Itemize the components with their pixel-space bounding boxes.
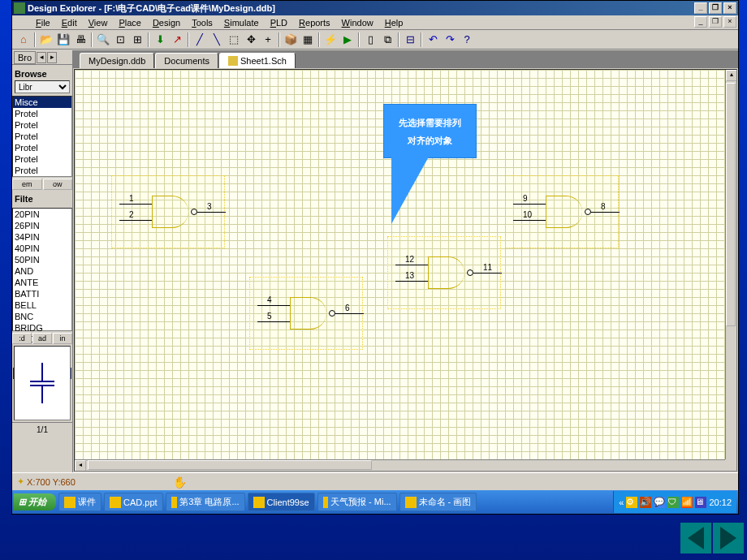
start-button[interactable]: ⊞ 开始	[14, 493, 56, 510]
taskbar-item[interactable]: CAD.ppt	[104, 493, 163, 511]
tab-prev[interactable]: ◂	[37, 52, 46, 63]
taskbar-item[interactable]: 第3章 电路原...	[166, 493, 245, 511]
tray-icon-5[interactable]: 📶	[681, 497, 693, 508]
move-icon[interactable]: ✥	[243, 32, 259, 48]
list-item[interactable]: 26PIN	[13, 220, 71, 231]
list-item[interactable]: 20PIN	[13, 209, 71, 220]
taskbar-item[interactable]: 未命名 - 画图	[399, 493, 477, 511]
list-item[interactable]: Protel	[13, 119, 71, 131]
remove-lib-button[interactable]: em	[12, 179, 42, 190]
taskbar-item[interactable]: Client99se	[248, 493, 315, 511]
save-icon[interactable]: 💾	[55, 32, 71, 48]
tab-mydesign[interactable]: MyDesign.ddb	[80, 53, 154, 68]
list-item[interactable]: 40PIN	[13, 243, 71, 254]
prev-slide-button[interactable]	[680, 523, 711, 554]
system-tray[interactable]: « ⚙ 🔊 💬 🛡 📶 🖥 20:12	[613, 491, 736, 513]
list-item[interactable]: Misce	[13, 97, 71, 108]
document-tabs: MyDesign.ddb Documents Sheet1.Sch	[73, 50, 738, 68]
menu-window[interactable]: Window	[336, 17, 379, 28]
sheet-icon[interactable]: ▦	[300, 32, 316, 48]
place-part-button[interactable]: ad	[32, 333, 52, 344]
taskbar-item[interactable]: 课件	[58, 493, 101, 511]
tray-icon-3[interactable]: 💬	[654, 497, 665, 508]
edit-part-button[interactable]: :d	[12, 333, 32, 344]
mdi-restore[interactable]: ❐	[709, 16, 722, 28]
select-icon[interactable]: ⬚	[226, 32, 242, 48]
undo-icon[interactable]: ↶	[425, 32, 441, 48]
app-icon	[323, 497, 328, 508]
list-item[interactable]: Protel	[13, 131, 71, 142]
close-button[interactable]: ×	[723, 2, 736, 14]
open-icon[interactable]: 📂	[38, 32, 54, 48]
scrollbar-horizontal[interactable]: ◂	[75, 459, 725, 471]
power-icon[interactable]: ⚡	[322, 32, 339, 48]
clock[interactable]: 20:12	[709, 498, 732, 507]
menu-tools[interactable]: Tools	[186, 17, 218, 28]
list-item[interactable]: BNC	[13, 311, 71, 322]
list-item[interactable]: Protel	[13, 165, 71, 176]
wire-icon[interactable]: ╱	[192, 32, 208, 48]
menu-help[interactable]: Help	[379, 17, 409, 28]
maximize-button[interactable]: ❐	[709, 2, 722, 14]
list-item[interactable]: 34PIN	[13, 231, 71, 243]
app-icon	[64, 497, 76, 508]
tab-next[interactable]: ▸	[47, 52, 57, 63]
tray-icon-2[interactable]: 🔊	[640, 497, 651, 508]
menu-edit[interactable]: Edit	[56, 17, 83, 28]
tab-sheet1[interactable]: Sheet1.Sch	[219, 53, 296, 68]
mdi-close[interactable]: ×	[723, 16, 736, 28]
app-icon	[171, 497, 178, 508]
menu-pld[interactable]: PLD	[265, 17, 293, 28]
options-icon[interactable]: ⊟	[402, 32, 418, 48]
list-item[interactable]: Protel	[13, 153, 71, 165]
cross-probe-icon[interactable]: ↗	[169, 32, 185, 48]
tray-tip-icon[interactable]: «	[619, 498, 624, 507]
list-item[interactable]: BATTI	[13, 288, 71, 299]
menu-file[interactable]: File	[30, 17, 56, 28]
sim-icon[interactable]: ⧉	[379, 32, 395, 48]
browse-tab[interactable]: Bro	[14, 51, 36, 64]
help-icon[interactable]: ?	[459, 32, 475, 48]
taskbar-item[interactable]: 天气预报 - Mi...	[317, 493, 397, 511]
list-item[interactable]: Protel	[13, 142, 71, 153]
menu-view[interactable]: View	[83, 17, 114, 28]
home-icon[interactable]: ⌂	[15, 32, 32, 48]
library-select[interactable]: Libr	[15, 80, 70, 93]
list-item[interactable]: BELL	[13, 299, 71, 311]
mdi-minimize[interactable]: _	[694, 16, 707, 28]
list-item[interactable]: Protel	[13, 108, 71, 119]
list-item[interactable]: AND	[13, 265, 71, 277]
zoom-area-icon[interactable]: ⊡	[112, 32, 128, 48]
scrollbar-vertical[interactable]: ▴	[725, 70, 736, 459]
list-item[interactable]: ANTE	[13, 277, 71, 288]
chip-icon[interactable]: ▯	[362, 32, 378, 48]
list-item[interactable]: BRIDG	[13, 322, 71, 334]
print-icon[interactable]: 🖶	[72, 32, 89, 48]
menu-place[interactable]: Place	[113, 17, 147, 28]
schematic-icon	[228, 56, 238, 66]
zoom-icon[interactable]: 🔍	[95, 32, 111, 48]
schematic-canvas[interactable]: 先选择需要排列对齐的对象 1234561213119108	[75, 70, 725, 459]
hierarchy-icon[interactable]: ⬇	[152, 32, 168, 48]
tray-icon-4[interactable]: 🛡	[667, 497, 679, 508]
tab-documents[interactable]: Documents	[155, 53, 218, 68]
next-slide-button[interactable]	[713, 523, 744, 554]
menu-reports[interactable]: Reports	[293, 17, 336, 28]
tray-icon-6[interactable]: 🖥	[695, 497, 706, 508]
minimize-button[interactable]: _	[694, 2, 707, 14]
add-lib-button[interactable]: ow	[43, 179, 73, 190]
place-icon[interactable]: +	[260, 32, 276, 48]
redo-icon[interactable]: ↷	[442, 32, 458, 48]
menu-design[interactable]: Design	[147, 17, 186, 28]
run-icon[interactable]: ▶	[339, 32, 356, 48]
part-icon[interactable]: 📦	[283, 32, 299, 48]
menubar: File Edit View Place Design Tools Simula…	[12, 15, 738, 30]
bus-icon[interactable]: ╲	[209, 32, 225, 48]
tray-icon-1[interactable]: ⚙	[626, 497, 637, 508]
list-item[interactable]: 50PIN	[13, 254, 71, 265]
library-list[interactable]: MisceProtelProtelProtelProtelProtelProte…	[12, 96, 72, 177]
find-part-button[interactable]: in	[53, 333, 72, 344]
part-list[interactable]: 20PIN26PIN34PIN40PIN50PINANDANTEBATTIBEL…	[12, 208, 72, 331]
zoom-fit-icon[interactable]: ⊞	[129, 32, 145, 48]
menu-simulate[interactable]: Simulate	[218, 17, 265, 28]
